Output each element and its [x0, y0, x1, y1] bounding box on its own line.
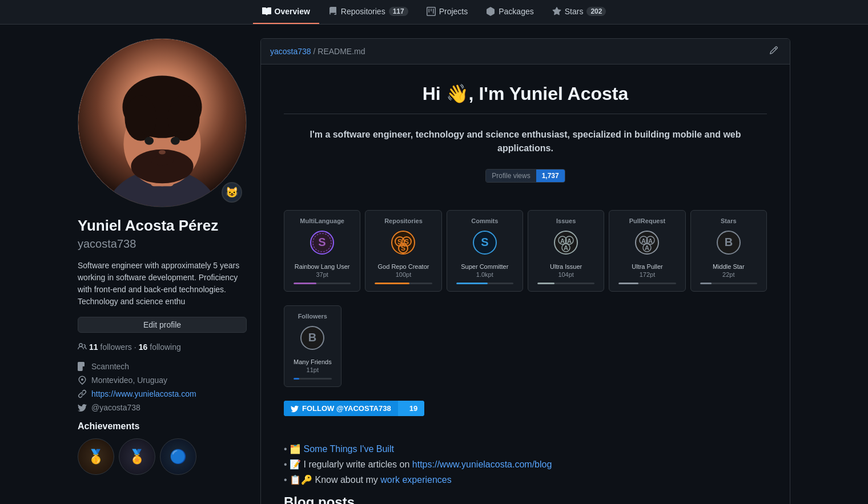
svg-point-6	[124, 95, 156, 140]
achievement-badge-3[interactable]: 🔵	[160, 438, 196, 475]
trophy-followers-progress	[294, 378, 332, 380]
trophy-pullrequest-progress	[618, 283, 676, 284]
svg-text:A: A	[564, 244, 568, 251]
repo-icon	[328, 7, 337, 16]
building-icon	[78, 362, 87, 371]
avatar-status-badge: 😺	[222, 182, 242, 203]
trophy-stars-points: 22pt	[700, 271, 757, 278]
readme-path: yacosta738 / README.md	[270, 47, 365, 56]
blog-url-link[interactable]: https://www.yunielacosta.com/blog	[412, 459, 552, 469]
follow-stats: 11 followers · 16 following	[78, 342, 247, 353]
trophy-commits-category: Commits	[456, 217, 513, 224]
achievements-grid: 🥇 🏅 🔵	[78, 438, 247, 475]
trophy-issues-label: Ultra Issuer	[537, 263, 594, 270]
tab-stars[interactable]: Stars 202	[543, 0, 616, 24]
work-url-link[interactable]: work experiences	[380, 475, 452, 485]
followers-icon	[78, 342, 87, 353]
readme-path-file: README.md	[318, 47, 365, 56]
package-icon	[486, 7, 495, 16]
trophy-commits: Commits S Super Committer 1.0kpt	[447, 210, 523, 292]
trophy-followers-icon: B	[294, 324, 332, 356]
achievements-title: Achievements	[78, 421, 247, 432]
readme-path-user[interactable]: yacosta738	[270, 47, 311, 56]
trophy-multilanguage-progress	[294, 283, 351, 284]
trophy-repositories-progress	[375, 283, 432, 284]
location-text: Montevideo, Uruguay	[91, 376, 167, 385]
tab-projects[interactable]: Projects	[417, 0, 477, 24]
profile-views-badge: Profile views 1,737	[485, 169, 565, 183]
following-count[interactable]: 16	[139, 342, 148, 352]
sidebar: 😺 Yuniel Acosta Pérez yacosta738 Softwar…	[78, 38, 247, 504]
book-icon	[262, 7, 271, 16]
trophy-followers: Followers B Many Friends 11pt	[284, 305, 341, 387]
svg-text:S: S	[318, 236, 326, 248]
svg-point-11	[159, 150, 166, 155]
trophy-stars: Stars B Middle Star 22pt	[690, 210, 767, 292]
trophy-multilanguage: MultiLanguage S Rainbow Lang User 37pt	[284, 210, 360, 292]
trophy-issues: Issues A A A Ult	[528, 210, 604, 292]
achievement-badge-1[interactable]: 🥇	[78, 438, 114, 475]
meta-twitter: @yacosta738	[78, 403, 247, 412]
blog-prefix: I regularly write articles on	[304, 459, 410, 469]
trophy-commits-icon: S	[456, 229, 513, 261]
profile-views-label: Profile views	[486, 170, 536, 182]
svg-text:S: S	[481, 236, 488, 248]
trophy-repositories-icon: S S S	[375, 229, 432, 261]
top-navigation: Overview Repositories 117 Projects Packa…	[0, 0, 868, 25]
profile-username: yacosta738	[78, 237, 247, 251]
tab-repositories[interactable]: Repositories 117	[319, 0, 417, 24]
trophy-stars-category: Stars	[700, 217, 757, 224]
achievement-badge-2[interactable]: 🏅	[119, 438, 155, 475]
svg-text:A: A	[567, 237, 572, 244]
profile-bio: Software engineer with approximately 5 y…	[78, 260, 247, 308]
meta-location: Montevideo, Uruguay	[78, 376, 247, 385]
tab-packages[interactable]: Packages	[477, 0, 542, 24]
trophy-pullrequest: PullRequest A A A	[609, 210, 685, 292]
twitter-follow-count: 19	[403, 401, 424, 416]
trophy-repositories: Repositories S S S	[365, 210, 441, 292]
achievements-section: Achievements 🥇 🏅 🔵	[78, 421, 247, 475]
tab-projects-label: Projects	[439, 7, 468, 16]
trophy-issues-progress	[537, 283, 594, 284]
readme-edit-button[interactable]	[767, 43, 781, 59]
trophy-stars-progress	[700, 283, 757, 284]
followers-label: followers	[101, 342, 132, 352]
svg-point-7	[168, 95, 200, 140]
readme-link-built: 🗂️ Some Things I've Built	[284, 443, 767, 454]
svg-text:A: A	[560, 237, 565, 244]
built-link[interactable]: Some Things I've Built	[304, 444, 394, 454]
twitter-follow-button[interactable]: FOLLOW @YACOSTA738 19	[284, 401, 424, 416]
tab-overview-label: Overview	[275, 7, 310, 16]
readme-link-blog: 📝 I regularly write articles on https://…	[284, 459, 767, 470]
tab-overview[interactable]: Overview	[253, 0, 319, 24]
profile-meta: Scanntech Montevideo, Uruguay https://ww…	[78, 362, 247, 412]
website-link[interactable]: https://www.yunielacosta.com	[91, 389, 196, 398]
trophy-repositories-points: 100pt	[375, 271, 432, 278]
readme-link-work: 📋🔑 Know about my work experiences	[284, 474, 767, 485]
trophy-followers-category: Followers	[294, 313, 332, 320]
blog-posts-heading: Blog posts	[284, 494, 767, 504]
tab-repositories-label: Repositories	[341, 7, 385, 16]
svg-text:A: A	[641, 237, 646, 244]
meta-website[interactable]: https://www.yunielacosta.com	[78, 389, 247, 398]
svg-point-10	[171, 137, 180, 145]
svg-point-12	[151, 156, 174, 166]
svg-text:B: B	[308, 331, 316, 344]
trophy-multilanguage-category: MultiLanguage	[294, 217, 351, 224]
svg-text:A: A	[648, 237, 653, 244]
work-prefix: Know about my	[315, 475, 378, 485]
trophy-pullrequest-category: PullRequest	[618, 217, 676, 224]
svg-text:A: A	[645, 244, 649, 251]
avatar	[78, 38, 247, 207]
edit-profile-button[interactable]: Edit profile	[78, 317, 247, 333]
trophy-commits-label: Super Committer	[456, 263, 513, 270]
trophy-issues-icon: A A A	[537, 229, 594, 261]
link-icon	[78, 389, 87, 398]
trophy-commits-progress	[456, 283, 513, 284]
followers-count[interactable]: 11	[89, 342, 98, 352]
following-label: following	[150, 342, 180, 352]
trophy-stars-icon: B	[700, 229, 757, 261]
trophy-repositories-label: God Repo Creator	[375, 263, 432, 270]
tab-packages-label: Packages	[499, 7, 533, 16]
readme-card: yacosta738 / README.md Hi 👋, I'm Yuniel …	[260, 38, 790, 504]
